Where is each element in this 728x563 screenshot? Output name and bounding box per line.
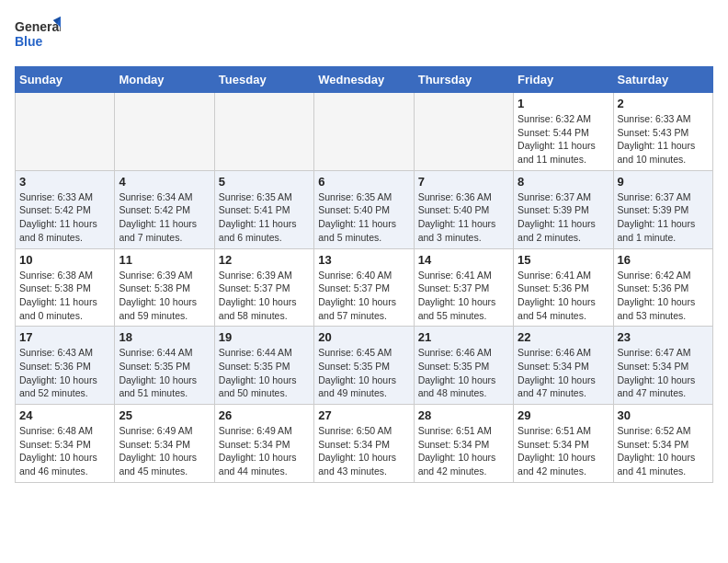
- day-number: 9: [618, 175, 709, 189]
- calendar-day-cell: 12Sunrise: 6:39 AM Sunset: 5:37 PM Dayli…: [214, 248, 313, 327]
- day-number: 7: [418, 175, 509, 189]
- calendar-day-cell: 25Sunrise: 6:49 AM Sunset: 5:34 PM Dayli…: [115, 405, 214, 483]
- day-number: 15: [518, 253, 609, 267]
- day-info: Sunrise: 6:34 AM Sunset: 5:42 PM Dayligh…: [119, 190, 210, 245]
- calendar-day-cell: 1Sunrise: 6:32 AM Sunset: 5:44 PM Daylig…: [514, 93, 613, 171]
- day-info: Sunrise: 6:42 AM Sunset: 5:36 PM Dayligh…: [618, 269, 709, 323]
- day-info: Sunrise: 6:44 AM Sunset: 5:35 PM Dayligh…: [219, 346, 310, 400]
- day-number: 11: [119, 253, 210, 267]
- calendar-day-cell: 29Sunrise: 6:51 AM Sunset: 5:34 PM Dayli…: [514, 405, 613, 483]
- day-info: Sunrise: 6:37 AM Sunset: 5:39 PM Dayligh…: [518, 190, 609, 245]
- day-info: Sunrise: 6:51 AM Sunset: 5:34 PM Dayligh…: [518, 424, 609, 478]
- day-number: 24: [19, 408, 110, 422]
- day-info: Sunrise: 6:32 AM Sunset: 5:44 PM Dayligh…: [518, 112, 609, 167]
- day-number: 17: [19, 330, 110, 344]
- calendar-day-cell: 19Sunrise: 6:44 AM Sunset: 5:35 PM Dayli…: [214, 327, 313, 405]
- day-number: 5: [219, 175, 310, 189]
- day-info: Sunrise: 6:33 AM Sunset: 5:42 PM Dayligh…: [19, 190, 110, 245]
- day-info: Sunrise: 6:46 AM Sunset: 5:35 PM Dayligh…: [418, 346, 509, 400]
- calendar-day-cell: 5Sunrise: 6:35 AM Sunset: 5:41 PM Daylig…: [214, 170, 313, 248]
- day-number: 29: [518, 408, 609, 422]
- day-number: 12: [219, 253, 310, 267]
- day-number: 26: [219, 408, 310, 422]
- day-info: Sunrise: 6:40 AM Sunset: 5:37 PM Dayligh…: [318, 269, 409, 323]
- calendar-day-cell: 15Sunrise: 6:41 AM Sunset: 5:36 PM Dayli…: [514, 248, 613, 327]
- weekday-header-wednesday: Wednesday: [314, 67, 414, 93]
- day-info: Sunrise: 6:39 AM Sunset: 5:37 PM Dayligh…: [219, 269, 310, 323]
- day-info: Sunrise: 6:35 AM Sunset: 5:41 PM Dayligh…: [219, 190, 310, 245]
- calendar-day-cell: 20Sunrise: 6:45 AM Sunset: 5:35 PM Dayli…: [314, 327, 414, 405]
- day-info: Sunrise: 6:48 AM Sunset: 5:34 PM Dayligh…: [19, 424, 110, 478]
- day-number: 28: [418, 408, 509, 422]
- day-number: 10: [19, 253, 110, 267]
- calendar-day-cell: [314, 93, 414, 171]
- calendar-day-cell: [414, 93, 513, 171]
- day-number: 16: [618, 253, 709, 267]
- day-number: 18: [119, 330, 210, 344]
- calendar-day-cell: 30Sunrise: 6:52 AM Sunset: 5:34 PM Dayli…: [613, 405, 712, 483]
- day-number: 20: [318, 330, 409, 344]
- weekday-header-sunday: Sunday: [16, 67, 115, 93]
- day-number: 19: [219, 330, 310, 344]
- day-number: 3: [19, 175, 110, 189]
- day-number: 22: [518, 330, 609, 344]
- calendar-header-row: SundayMondayTuesdayWednesdayThursdayFrid…: [16, 67, 713, 93]
- day-info: Sunrise: 6:41 AM Sunset: 5:36 PM Dayligh…: [518, 269, 609, 323]
- day-info: Sunrise: 6:49 AM Sunset: 5:34 PM Dayligh…: [219, 424, 310, 478]
- day-number: 4: [119, 175, 210, 189]
- calendar-day-cell: 21Sunrise: 6:46 AM Sunset: 5:35 PM Dayli…: [414, 327, 513, 405]
- calendar-day-cell: [115, 93, 214, 171]
- day-info: Sunrise: 6:50 AM Sunset: 5:34 PM Dayligh…: [318, 424, 409, 478]
- calendar-day-cell: 11Sunrise: 6:39 AM Sunset: 5:38 PM Dayli…: [115, 248, 214, 327]
- calendar-day-cell: 23Sunrise: 6:47 AM Sunset: 5:34 PM Dayli…: [613, 327, 712, 405]
- day-info: Sunrise: 6:46 AM Sunset: 5:34 PM Dayligh…: [518, 346, 609, 400]
- calendar-day-cell: 6Sunrise: 6:35 AM Sunset: 5:40 PM Daylig…: [314, 170, 414, 248]
- day-info: Sunrise: 6:37 AM Sunset: 5:39 PM Dayligh…: [618, 190, 709, 245]
- day-number: 2: [618, 97, 709, 110]
- day-number: 6: [318, 175, 409, 189]
- svg-text:General: General: [15, 19, 61, 34]
- calendar-week-row: 10Sunrise: 6:38 AM Sunset: 5:38 PM Dayli…: [16, 248, 713, 327]
- day-info: Sunrise: 6:39 AM Sunset: 5:38 PM Dayligh…: [119, 269, 210, 323]
- day-number: 25: [119, 408, 210, 422]
- calendar-day-cell: 22Sunrise: 6:46 AM Sunset: 5:34 PM Dayli…: [514, 327, 613, 405]
- calendar-week-row: 24Sunrise: 6:48 AM Sunset: 5:34 PM Dayli…: [16, 405, 713, 483]
- day-info: Sunrise: 6:43 AM Sunset: 5:36 PM Dayligh…: [19, 346, 110, 400]
- weekday-header-thursday: Thursday: [414, 67, 513, 93]
- day-info: Sunrise: 6:38 AM Sunset: 5:38 PM Dayligh…: [19, 269, 110, 323]
- calendar-day-cell: 9Sunrise: 6:37 AM Sunset: 5:39 PM Daylig…: [613, 170, 712, 248]
- svg-text:Blue: Blue: [15, 34, 43, 49]
- day-info: Sunrise: 6:49 AM Sunset: 5:34 PM Dayligh…: [119, 424, 210, 478]
- calendar-day-cell: 3Sunrise: 6:33 AM Sunset: 5:42 PM Daylig…: [16, 170, 115, 248]
- day-number: 8: [518, 175, 609, 189]
- day-info: Sunrise: 6:35 AM Sunset: 5:40 PM Dayligh…: [318, 190, 409, 245]
- day-number: 13: [318, 253, 409, 267]
- calendar-day-cell: 18Sunrise: 6:44 AM Sunset: 5:35 PM Dayli…: [115, 327, 214, 405]
- calendar-day-cell: [214, 93, 313, 171]
- weekday-header-monday: Monday: [115, 67, 214, 93]
- page-header: GeneralBlue: [15, 15, 713, 55]
- calendar-day-cell: 24Sunrise: 6:48 AM Sunset: 5:34 PM Dayli…: [16, 405, 115, 483]
- calendar-table: SundayMondayTuesdayWednesdayThursdayFrid…: [15, 66, 713, 483]
- day-info: Sunrise: 6:52 AM Sunset: 5:34 PM Dayligh…: [618, 424, 709, 478]
- calendar-week-row: 1Sunrise: 6:32 AM Sunset: 5:44 PM Daylig…: [16, 93, 713, 171]
- calendar-day-cell: 16Sunrise: 6:42 AM Sunset: 5:36 PM Dayli…: [613, 248, 712, 327]
- weekday-header-friday: Friday: [514, 67, 613, 93]
- day-number: 14: [418, 253, 509, 267]
- day-info: Sunrise: 6:47 AM Sunset: 5:34 PM Dayligh…: [618, 346, 709, 400]
- day-number: 1: [518, 97, 609, 110]
- day-info: Sunrise: 6:44 AM Sunset: 5:35 PM Dayligh…: [119, 346, 210, 400]
- weekday-header-saturday: Saturday: [613, 67, 712, 93]
- calendar-day-cell: [16, 93, 115, 171]
- day-number: 30: [618, 408, 709, 422]
- calendar-day-cell: 14Sunrise: 6:41 AM Sunset: 5:37 PM Dayli…: [414, 248, 513, 327]
- calendar-day-cell: 13Sunrise: 6:40 AM Sunset: 5:37 PM Dayli…: [314, 248, 414, 327]
- calendar-day-cell: 2Sunrise: 6:33 AM Sunset: 5:43 PM Daylig…: [613, 93, 712, 171]
- calendar-day-cell: 4Sunrise: 6:34 AM Sunset: 5:42 PM Daylig…: [115, 170, 214, 248]
- logo-icon: GeneralBlue: [15, 15, 61, 55]
- day-info: Sunrise: 6:41 AM Sunset: 5:37 PM Dayligh…: [418, 269, 509, 323]
- calendar-day-cell: 8Sunrise: 6:37 AM Sunset: 5:39 PM Daylig…: [514, 170, 613, 248]
- calendar-day-cell: 17Sunrise: 6:43 AM Sunset: 5:36 PM Dayli…: [16, 327, 115, 405]
- day-info: Sunrise: 6:36 AM Sunset: 5:40 PM Dayligh…: [418, 190, 509, 245]
- calendar-day-cell: 27Sunrise: 6:50 AM Sunset: 5:34 PM Dayli…: [314, 405, 414, 483]
